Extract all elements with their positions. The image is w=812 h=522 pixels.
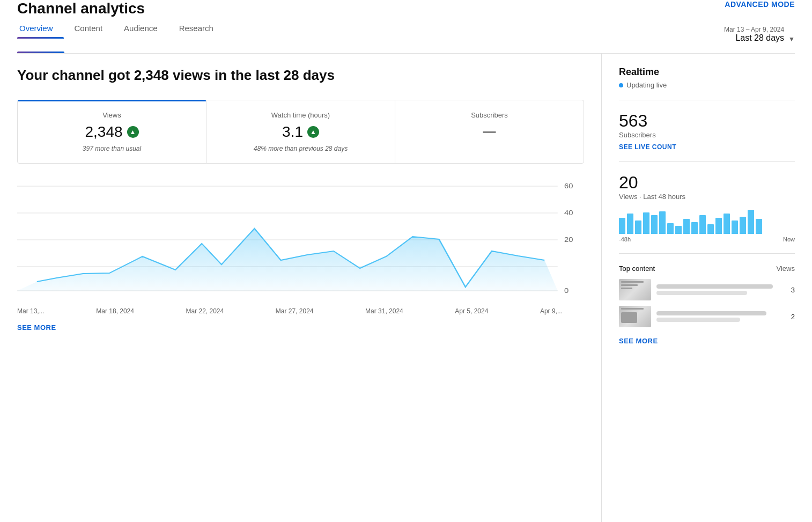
mini-bar <box>732 220 738 234</box>
content-thumbnail <box>619 279 651 300</box>
dropdown-arrow-icon: ▼ <box>788 35 795 43</box>
mini-bar <box>707 224 714 234</box>
mini-bar <box>627 214 633 234</box>
mini-bar <box>724 214 730 234</box>
views-48h-value: 20 <box>619 173 638 193</box>
chart-left-label: -48h <box>619 236 631 242</box>
views-value: 2,348 <box>85 123 122 141</box>
x-label-0: Mar 13,... <box>17 307 45 315</box>
content-title-bar-2 <box>656 291 747 295</box>
watch-time-value: 3.1 <box>282 123 303 141</box>
live-dot-icon <box>619 83 623 87</box>
tab-overview[interactable]: Overview <box>17 17 64 38</box>
subscribers-stat-card[interactable]: Subscribers — <box>395 100 584 163</box>
headline: Your channel got 2,348 views in the last… <box>17 67 584 85</box>
mini-bar <box>740 217 746 234</box>
date-range-value: Last 28 days <box>724 33 784 43</box>
content-title-bar <box>656 284 773 289</box>
content-thumbnail <box>619 306 651 327</box>
tab-content[interactable]: Content <box>72 17 114 38</box>
mini-bar <box>683 219 690 234</box>
see-more-button[interactable]: SEE MORE <box>17 315 56 336</box>
stats-cards-container: Views 2,348 ▲ 397 more than usual Watch … <box>17 100 584 164</box>
x-label-2: Mar 22, 2024 <box>186 307 224 315</box>
date-range-label: Mar 13 – Apr 9, 2024 <box>724 26 784 33</box>
mini-bar <box>699 215 706 234</box>
mini-bar <box>643 212 649 234</box>
date-range-selector[interactable]: Mar 13 – Apr 9, 2024 Last 28 days ▼ <box>724 17 795 54</box>
mini-bar <box>691 222 698 234</box>
realtime-subscribers-section: 563 Subscribers SEE LIVE COUNT <box>619 100 795 162</box>
mini-bar <box>659 211 666 234</box>
content-title-bar-2 <box>656 318 740 322</box>
views-48h-label: Views · Last 48 hours <box>619 193 795 201</box>
x-label-1: Mar 18, 2024 <box>96 307 134 315</box>
x-label-5: Apr 5, 2024 <box>455 307 488 315</box>
watch-time-stat-card[interactable]: Watch time (hours) 3.1 ▲ 48% more than p… <box>206 100 395 163</box>
mini-bar <box>667 223 674 234</box>
svg-marker-9 <box>17 229 558 291</box>
tab-research[interactable]: Research <box>177 17 224 38</box>
list-item[interactable]: 2 <box>619 306 795 327</box>
views-48h-section: 20 Views · Last 48 hours <box>619 162 795 254</box>
see-live-count-button[interactable]: SEE LIVE COUNT <box>619 143 676 151</box>
tab-audience[interactable]: Audience <box>122 17 168 38</box>
svg-text:60: 60 <box>564 182 573 189</box>
views-stat-card[interactable]: Views 2,348 ▲ 397 more than usual <box>18 100 206 163</box>
top-content-views-col: Views <box>777 264 795 273</box>
updating-live-indicator: Updating live <box>619 81 795 89</box>
subscribers-realtime-label: Subscribers <box>619 131 795 139</box>
mini-bar <box>635 220 641 234</box>
watch-time-note: 48% more than previous 28 days <box>219 145 382 152</box>
svg-text:20: 20 <box>564 236 573 243</box>
x-label-3: Mar 27, 2024 <box>276 307 314 315</box>
subscribers-count: 563 <box>619 111 795 131</box>
mini-bar <box>651 215 658 234</box>
top-content-label: Top content <box>619 264 655 273</box>
chart-x-labels: Mar 13,... Mar 18, 2024 Mar 22, 2024 Mar… <box>17 305 584 315</box>
list-item[interactable]: 3 <box>619 279 795 300</box>
subscribers-label: Subscribers <box>408 111 571 119</box>
right-panel: Realtime Updating live 563 Subscribers S… <box>602 54 795 522</box>
page-title: Channel analytics <box>17 0 145 17</box>
top-content-see-more-button[interactable]: SEE MORE <box>619 333 658 349</box>
content-title-bar <box>656 311 766 315</box>
advanced-mode-button[interactable]: ADVANCED MODE <box>725 0 795 9</box>
views-note: 397 more than usual <box>31 145 193 152</box>
views-label: Views <box>31 111 193 119</box>
svg-text:40: 40 <box>564 209 573 216</box>
svg-text:0: 0 <box>564 287 569 294</box>
views-chart: 60 40 20 0 <box>17 181 584 299</box>
x-label-4: Mar 31, 2024 <box>365 307 403 315</box>
content-views-count: 2 <box>791 313 795 321</box>
views-48h-chart <box>619 207 795 234</box>
chart-right-label: Now <box>783 236 795 242</box>
mini-bar <box>756 219 762 234</box>
views-up-arrow-icon: ▲ <box>127 126 139 138</box>
mini-chart-labels: -48h Now <box>619 236 795 242</box>
mini-bar <box>619 218 625 234</box>
mini-bar <box>748 210 754 234</box>
watch-time-up-arrow-icon: ▲ <box>307 126 319 138</box>
x-label-6: Apr 9,... <box>540 307 563 315</box>
realtime-title: Realtime <box>619 67 795 78</box>
mini-bar <box>715 218 722 234</box>
mini-bar <box>675 226 682 234</box>
watch-time-label: Watch time (hours) <box>219 111 382 119</box>
content-views-count: 3 <box>791 286 795 294</box>
subscribers-value: — <box>483 123 496 138</box>
top-content-section: Top content Views <box>619 254 795 360</box>
